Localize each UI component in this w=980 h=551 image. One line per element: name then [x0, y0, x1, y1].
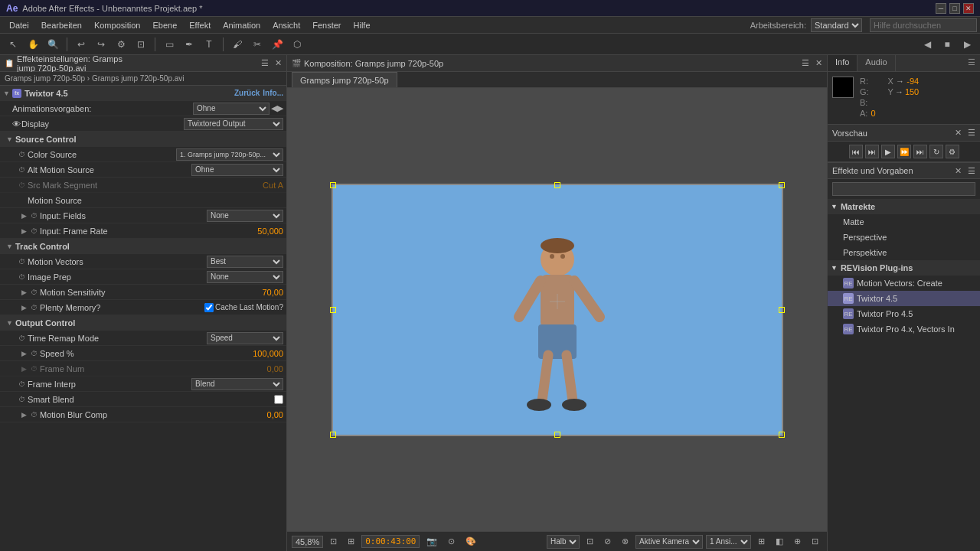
select-tool-button[interactable]: ↖	[5, 36, 21, 53]
menu-ansicht[interactable]: Ansicht	[266, 19, 306, 31]
effekt-group-matrekte[interactable]: ▼ Matrekte	[828, 199, 980, 214]
source-control-row[interactable]: ▼ Source Control	[0, 132, 286, 147]
handle-top-left[interactable]	[330, 182, 336, 188]
stop-button[interactable]: ■	[939, 36, 956, 53]
display-select[interactable]: Twixtored Output	[184, 118, 283, 130]
prev-preset-button[interactable]: ◀	[271, 103, 277, 113]
preview-play-button[interactable]: ▶	[881, 145, 895, 158]
output-control-row[interactable]: ▼ Output Control	[0, 315, 286, 331]
effekt-item-perspektive[interactable]: Perspektive	[828, 245, 980, 260]
plenty-mem-expand[interactable]: ▶	[21, 304, 31, 311]
comp-view-icon-3[interactable]: ⊗	[618, 534, 632, 549]
effekt-item-twixtor[interactable]: RE Twixtor 4.5	[828, 291, 980, 306]
track-control-arrow[interactable]: ▼	[6, 243, 15, 250]
tool4[interactable]: ⊡	[132, 36, 149, 53]
shape-tool-button[interactable]: ⬡	[289, 36, 305, 53]
input-fields-select[interactable]: None	[207, 210, 283, 222]
preview-last-button[interactable]: ⏭	[913, 145, 927, 158]
menu-effekt[interactable]: Effekt	[183, 19, 217, 31]
menu-hilfe[interactable]: Hilfe	[348, 19, 377, 31]
comp-timecode-display[interactable]: 0:00:43:00	[361, 535, 420, 548]
comp-color-icon[interactable]: 🎨	[462, 534, 480, 549]
comp-tab[interactable]: Gramps jump 720p-50p	[292, 72, 397, 87]
text-tool-button[interactable]: T	[201, 36, 217, 53]
handle-mid-left[interactable]	[330, 307, 336, 313]
menu-fenster[interactable]: Fenster	[306, 19, 347, 31]
menu-komposition[interactable]: Komposition	[88, 19, 147, 31]
play-button[interactable]: ◀	[919, 36, 936, 53]
twixtor-info-link[interactable]: Info...	[263, 89, 283, 97]
handle-top-right[interactable]	[779, 182, 785, 188]
effekt-group-revision[interactable]: ▼ REVision Plug-ins	[828, 260, 980, 276]
twixtor-expand-arrow[interactable]: ▼	[3, 90, 12, 97]
comp-zoom-display[interactable]: 45,8%	[292, 536, 323, 548]
pen-tool-button[interactable]: ✒	[181, 36, 198, 53]
tool3[interactable]: ⚙	[113, 36, 129, 53]
vorschau-menu-icon[interactable]: ☰	[968, 128, 975, 138]
display-visibility[interactable]: 👁	[12, 119, 21, 129]
next-preset-button[interactable]: ▶	[277, 103, 283, 113]
effekte-close-icon[interactable]: ✕	[955, 166, 962, 176]
menu-datei[interactable]: Datei	[3, 19, 35, 31]
comp-panel-menu-icon[interactable]: ☰	[802, 58, 809, 68]
tab-info[interactable]: Info	[828, 55, 858, 71]
effekte-menu-icon[interactable]: ☰	[968, 166, 975, 176]
comp-tool-c[interactable]: ⊕	[790, 534, 805, 549]
comp-view-icon-1[interactable]: ⊡	[583, 534, 597, 549]
handle-bottom-right[interactable]	[779, 432, 785, 438]
rect-tool-button[interactable]: ▭	[161, 36, 178, 53]
comp-quality-select[interactable]: Halb	[547, 535, 580, 549]
clone-tool-button[interactable]: ✂	[249, 36, 266, 53]
comp-view-icon-2[interactable]: ⊘	[600, 534, 615, 549]
effect-panel-menu-icon[interactable]: ☰	[261, 58, 269, 68]
comp-view-select[interactable]: 1 Ansi...	[706, 535, 751, 549]
speed-value[interactable]: 100,000	[253, 349, 283, 358]
frame-num-expand[interactable]: ▶	[21, 365, 31, 373]
time-remap-select[interactable]: Speed	[207, 332, 283, 344]
comp-panel-close-icon[interactable]: ✕	[815, 58, 822, 68]
input-fields-expand[interactable]: ▶	[21, 212, 31, 220]
motion-blur-expand[interactable]: ▶	[21, 411, 31, 419]
input-fr-value[interactable]: 50,000	[257, 227, 283, 236]
handle-bottom-left[interactable]	[330, 432, 336, 438]
cache-last-motion-checkbox[interactable]	[204, 303, 214, 312]
help-search-input[interactable]	[870, 18, 977, 32]
effekt-item-perspective[interactable]: Perspective	[828, 230, 980, 245]
info-panel-menu[interactable]: ☰	[963, 55, 980, 71]
color-source-select[interactable]: 1. Gramps jump 720p-50p...	[176, 148, 283, 161]
menu-animation[interactable]: Animation	[217, 19, 266, 31]
twixtor-reset-link[interactable]: Zurück	[234, 89, 260, 97]
vorschau-close-icon[interactable]: ✕	[955, 128, 962, 138]
twixtor-header[interactable]: ▼ fx Twixtor 4.5 Zurück Info...	[0, 86, 286, 101]
effekt-item-motion-vectors[interactable]: RE Motion Vectors: Create	[828, 276, 980, 291]
source-control-arrow[interactable]: ▼	[6, 135, 15, 143]
smart-blend-checkbox[interactable]	[274, 395, 283, 404]
comp-fit-icon[interactable]: ⊡	[326, 534, 341, 549]
image-prep-select[interactable]: None	[207, 271, 283, 283]
comp-camera-select[interactable]: Aktive Kamera	[635, 535, 703, 549]
comp-snapshot-icon[interactable]: 📷	[423, 534, 441, 549]
menu-ebene[interactable]: Ebene	[146, 19, 183, 31]
comp-tool-a[interactable]: ⊞	[754, 534, 769, 549]
motion-vectors-select[interactable]: Best	[207, 256, 283, 268]
speed-expand[interactable]: ▶	[21, 350, 31, 357]
arbeitsbereich-select[interactable]: Standard	[811, 18, 862, 32]
redo-button[interactable]: ↪	[93, 36, 109, 53]
motion-blur-comp-value[interactable]: 0,00	[267, 410, 283, 419]
zoom-tool-button[interactable]: 🔍	[44, 36, 61, 53]
comp-tool-b[interactable]: ◧	[772, 534, 787, 549]
effect-panel-close-icon[interactable]: ✕	[275, 58, 282, 68]
menu-bearbeiten[interactable]: Bearbeiten	[35, 19, 88, 31]
animationsvorgaben-select[interactable]: Ohne	[193, 103, 270, 115]
undo-button[interactable]: ↩	[73, 36, 90, 53]
comp-exposure-icon[interactable]: ⊙	[444, 534, 459, 549]
minimize-button[interactable]: ─	[936, 3, 946, 14]
alt-motion-select[interactable]: Ohne	[191, 164, 283, 176]
effekt-item-twixtor-pro-vectors[interactable]: RE Twixtor Pro 4.x, Vectors In	[828, 321, 980, 337]
close-button[interactable]: ✕	[963, 3, 974, 14]
handle-mid-right[interactable]	[779, 307, 785, 313]
handle-bottom-mid[interactable]	[554, 432, 560, 438]
track-control-row[interactable]: ▼ Track Control	[0, 239, 286, 254]
preview-prev-button[interactable]: ⏭	[865, 145, 879, 158]
composition-viewport[interactable]	[287, 88, 827, 531]
